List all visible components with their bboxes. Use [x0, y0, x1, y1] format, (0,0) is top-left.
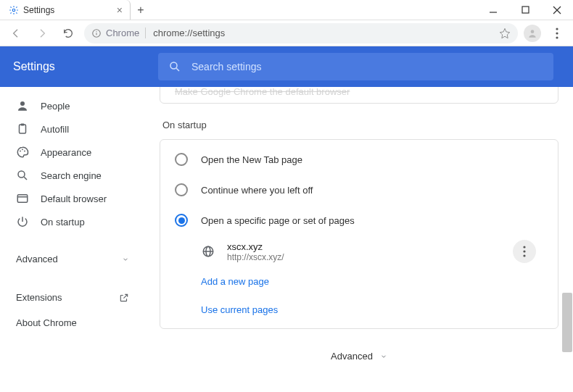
sidebar-item-label: Appearance: [41, 147, 91, 158]
back-button[interactable]: [6, 23, 26, 43]
chevron-down-icon: [122, 256, 129, 263]
startup-page-entry: xscx.xyz http://xscx.xyz/: [160, 235, 558, 267]
page-more-button[interactable]: [513, 240, 536, 263]
svg-point-20: [18, 171, 25, 178]
svg-point-14: [20, 101, 25, 106]
page-url: http://xscx.xyz/: [227, 252, 284, 262]
svg-point-27: [523, 246, 525, 248]
main-area: People Autofill Appearance Search engine…: [0, 87, 573, 392]
sidebar: People Autofill Appearance Search engine…: [0, 87, 145, 392]
svg-point-12: [170, 62, 177, 69]
sidebar-item-label: Default browser: [41, 193, 107, 204]
clipboard-icon: [16, 122, 29, 135]
stub-text: Make Google Chrome the default browser: [175, 87, 350, 97]
sidebar-advanced-label: Advanced: [16, 254, 58, 264]
default-browser-card-stub: Make Google Chrome the default browser: [160, 87, 558, 104]
info-icon: [91, 28, 102, 38]
omnibox-url: chrome://settings: [153, 28, 225, 38]
advanced-footer[interactable]: Advanced: [160, 351, 558, 362]
power-icon: [16, 215, 29, 228]
external-link-icon: [119, 293, 129, 303]
startup-card: Open the New Tab page Continue where you…: [160, 139, 558, 329]
sidebar-item-appearance[interactable]: Appearance: [0, 141, 145, 164]
window-titlebar: Settings × +: [0, 0, 573, 20]
svg-point-11: [556, 36, 558, 38]
radio-specific-pages[interactable]: Open a specific page or set of pages: [160, 205, 558, 235]
svg-point-9: [556, 28, 558, 30]
svg-point-19: [24, 151, 25, 152]
svg-line-21: [24, 177, 27, 180]
svg-rect-15: [20, 125, 26, 133]
bookmark-star-icon[interactable]: [499, 28, 511, 39]
window-buttons: [477, 0, 573, 20]
browser-icon: [16, 192, 29, 205]
startup-page-text: xscx.xyz http://xscx.xyz/: [227, 241, 284, 262]
radio-label: Open a specific page or set of pages: [201, 215, 355, 226]
svg-rect-22: [17, 195, 28, 203]
svg-rect-16: [21, 124, 25, 126]
tab-title: Settings: [23, 5, 54, 15]
search-icon: [16, 169, 29, 182]
radio-open-new-tab[interactable]: Open the New Tab page: [160, 144, 558, 175]
sidebar-item-label: Search engine: [41, 170, 102, 181]
settings-content: Make Google Chrome the default browser O…: [145, 87, 573, 392]
globe-icon: [201, 244, 215, 259]
sidebar-item-label: Autofill: [41, 124, 69, 135]
profile-avatar[interactable]: [524, 25, 541, 42]
svg-rect-2: [522, 7, 529, 13]
sidebar-item-people[interactable]: People: [0, 94, 145, 117]
search-icon: [168, 60, 181, 73]
minimize-button[interactable]: [477, 0, 509, 20]
radio-label: Open the New Tab page: [201, 154, 302, 165]
svg-point-10: [556, 32, 558, 34]
settings-header: Settings Search settings: [0, 46, 573, 87]
kebab-menu-icon[interactable]: [547, 28, 567, 39]
sidebar-extensions[interactable]: Extensions: [0, 285, 145, 310]
sidebar-item-autofill[interactable]: Autofill: [0, 117, 145, 141]
page-title: Settings: [13, 60, 144, 73]
maximize-button[interactable]: [509, 0, 541, 20]
browser-toolbar: Chrome chrome://settings: [0, 20, 573, 46]
radio-label: Continue where you left off: [201, 185, 313, 196]
svg-point-18: [22, 149, 23, 150]
sidebar-about-label: About Chrome: [16, 317, 77, 328]
add-new-page-link[interactable]: Add a new page: [160, 267, 558, 296]
browser-tab[interactable]: Settings ×: [0, 0, 131, 20]
svg-point-29: [523, 254, 525, 257]
search-input[interactable]: Search settings: [158, 53, 553, 80]
sidebar-about[interactable]: About Chrome: [0, 310, 145, 335]
chevron-down-icon: [380, 353, 387, 360]
radio-continue[interactable]: Continue where you left off: [160, 175, 558, 205]
section-title-startup: On startup: [162, 120, 558, 130]
reload-button[interactable]: [58, 23, 78, 43]
sidebar-item-label: People: [41, 101, 70, 112]
forward-button[interactable]: [32, 23, 52, 43]
svg-point-17: [20, 151, 21, 152]
close-window-button[interactable]: [541, 0, 573, 20]
use-current-pages-link[interactable]: Use current pages: [160, 296, 558, 324]
sidebar-item-default-browser[interactable]: Default browser: [0, 187, 145, 210]
sidebar-advanced[interactable]: Advanced: [0, 248, 145, 270]
close-icon[interactable]: ×: [117, 4, 123, 16]
radio-icon: [175, 153, 188, 166]
radio-icon: [175, 183, 188, 196]
radio-icon: [175, 214, 188, 227]
scrollbar-thumb[interactable]: [562, 293, 572, 352]
advanced-footer-label: Advanced: [331, 351, 373, 362]
gear-icon: [9, 5, 19, 15]
svg-point-8: [531, 30, 535, 33]
sidebar-item-on-startup[interactable]: On startup: [0, 210, 145, 233]
sidebar-item-label: On startup: [41, 217, 85, 228]
sidebar-item-search-engine[interactable]: Search engine: [0, 164, 145, 187]
omnibox-chip: Chrome: [106, 28, 146, 38]
palette-icon: [16, 146, 29, 159]
new-tab-button[interactable]: +: [131, 0, 151, 20]
svg-point-28: [523, 250, 525, 252]
person-icon: [16, 99, 29, 112]
sidebar-extensions-label: Extensions: [16, 292, 62, 303]
svg-line-13: [176, 68, 179, 71]
address-bar[interactable]: Chrome chrome://settings: [84, 23, 518, 43]
search-placeholder: Search settings: [191, 61, 262, 72]
svg-point-6: [96, 31, 96, 32]
svg-point-0: [12, 9, 15, 12]
